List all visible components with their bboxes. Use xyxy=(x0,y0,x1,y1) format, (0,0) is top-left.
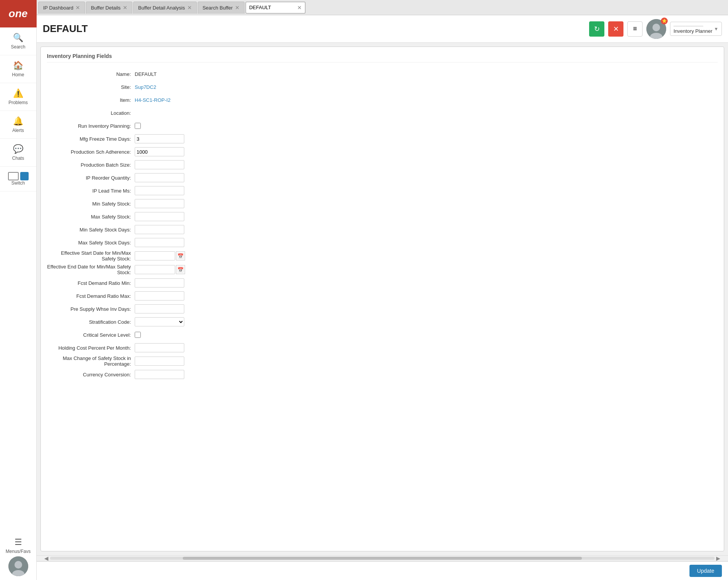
label-effective-start-date: Effective Start Date for Min/Max Safety … xyxy=(47,250,135,262)
field-max-safety-stock: Max Safety Stock: xyxy=(47,211,718,222)
tab-search-buffer[interactable]: Search Buffer ✕ xyxy=(198,2,245,14)
sidebar-avatar[interactable] xyxy=(8,556,28,576)
input-mfg-freeze-time-days[interactable] xyxy=(135,134,184,143)
tab-buffer-details[interactable]: Buffer Details ✕ xyxy=(86,2,132,14)
sidebar-item-problems[interactable]: ⚠️ Problems xyxy=(0,83,36,111)
active-tab-search-input[interactable] xyxy=(249,5,295,10)
tabs-bar: IP Dashboard ✕ Buffer Details ✕ Buffer D… xyxy=(37,0,728,15)
input-fcst-demand-ratio-min[interactable] xyxy=(135,278,184,288)
bottom-bar: Update xyxy=(37,561,728,580)
input-production-batch-size[interactable] xyxy=(135,160,184,169)
tab-close-ip-dashboard[interactable]: ✕ xyxy=(76,5,80,10)
select-stratification-code[interactable] xyxy=(135,317,184,326)
sidebar-logo[interactable]: one xyxy=(0,0,37,27)
label-stratification-code: Stratification Code: xyxy=(47,319,135,325)
label-max-change-safety-stock: Max Change of Safety Stock in Percentage… xyxy=(47,355,135,367)
update-button[interactable]: Update xyxy=(689,565,722,577)
tab-close-buffer-details[interactable]: ✕ xyxy=(123,5,127,10)
tab-close-search-buffer[interactable]: ✕ xyxy=(235,5,240,10)
notification-badge: ⭐ xyxy=(661,18,668,24)
scrollbar-thumb[interactable] xyxy=(183,557,581,560)
field-mfg-freeze-time-days: Mfg Freeze Time Days: xyxy=(47,133,718,144)
tab-label-ip-dashboard: IP Dashboard xyxy=(43,5,73,11)
scroll-left-arrow[interactable]: ◀ xyxy=(44,555,48,561)
tab-ip-dashboard[interactable]: IP Dashboard ✕ xyxy=(38,2,85,14)
input-effective-end-date[interactable] xyxy=(135,265,175,274)
sidebar-item-search[interactable]: 🔍 Search xyxy=(0,27,36,55)
field-critical-service-level: Critical Service Level: xyxy=(47,329,718,340)
field-currency-conversion: Currency Conversion: xyxy=(47,369,718,380)
checkbox-critical-service-level[interactable] xyxy=(135,332,141,338)
search-icon: 🔍 xyxy=(13,33,23,43)
label-holding-cost-percent: Holding Cost Percent Per Month: xyxy=(47,345,135,351)
label-name: Name: xyxy=(47,71,135,77)
field-run-inventory-planning: Run Inventory Planning: xyxy=(47,120,718,131)
field-production-sch-adherence: Production Sch Adherence: xyxy=(47,146,718,157)
label-location: Location: xyxy=(47,110,135,116)
sidebar-label-chats: Chats xyxy=(12,156,24,161)
input-fcst-demand-ratio-max[interactable] xyxy=(135,291,184,300)
calendar-btn-start[interactable]: 📅 xyxy=(176,251,185,260)
input-holding-cost-percent[interactable] xyxy=(135,343,184,352)
switch-box-blue-icon xyxy=(20,172,29,180)
sidebar-item-chats[interactable]: 💬 Chats xyxy=(0,139,36,167)
tab-active-search[interactable]: ✕ xyxy=(245,2,306,14)
refresh-button[interactable]: ↻ xyxy=(589,21,604,37)
input-max-safety-stock-days[interactable] xyxy=(135,238,184,247)
scroll-right-arrow[interactable]: ▶ xyxy=(716,555,720,561)
sidebar-label-search: Search xyxy=(11,44,25,50)
menus-icon: ☰ xyxy=(14,537,22,547)
label-fcst-demand-ratio-min: Fcst Demand Ratio Min: xyxy=(47,280,135,286)
input-production-sch-adherence[interactable] xyxy=(135,147,184,156)
sidebar-item-alerts[interactable]: 🔔 Alerts xyxy=(0,111,36,139)
label-ip-lead-time-ms: IP Lead Time Ms: xyxy=(47,188,135,194)
label-site: Site: xyxy=(47,84,135,90)
field-production-batch-size: Production Batch Size: xyxy=(47,159,718,170)
label-currency-conversion: Currency Conversion: xyxy=(47,372,135,378)
horizontal-scrollbar[interactable]: ◀ ▶ xyxy=(37,555,728,561)
sidebar-label-menus: Menus/Favs xyxy=(6,549,31,554)
warning-icon: ⚠️ xyxy=(13,88,23,98)
checkbox-run-inventory-planning[interactable] xyxy=(135,123,141,129)
field-ip-reorder-quantity: IP Reorder Quantity: xyxy=(47,172,718,183)
field-item: Item: H4-SC1-ROP-I2 xyxy=(47,95,718,105)
tab-buffer-detail-analysis[interactable]: Buffer Detail Analysis ✕ xyxy=(133,2,197,14)
sidebar-label-alerts: Alerts xyxy=(12,128,24,133)
input-min-safety-stock[interactable] xyxy=(135,199,184,208)
page-title: DEFAULT xyxy=(43,23,589,35)
field-min-safety-stock-days: Min Safety Stock Days: xyxy=(47,224,718,235)
scrollbar-track[interactable] xyxy=(50,557,715,560)
input-effective-start-date[interactable] xyxy=(135,251,175,260)
role-selector[interactable]: ────────── Inventory Planner ▼ xyxy=(670,22,722,36)
input-max-safety-stock[interactable] xyxy=(135,212,184,221)
input-ip-lead-time-ms[interactable] xyxy=(135,186,184,195)
input-min-safety-stock-days[interactable] xyxy=(135,225,184,234)
menu-button[interactable]: ≡ xyxy=(627,21,643,37)
sidebar-item-switch[interactable]: Switch xyxy=(0,167,36,191)
input-pre-supply-whse-inv-days[interactable] xyxy=(135,304,184,313)
notification-area[interactable]: ⭐ xyxy=(646,19,666,39)
sidebar-item-menus[interactable]: ☰ Menus/Favs xyxy=(0,535,36,556)
label-effective-end-date: Effective End Date for Min/Max Safety St… xyxy=(47,264,135,275)
input-ip-reorder-quantity[interactable] xyxy=(135,173,184,182)
field-min-safety-stock: Min Safety Stock: xyxy=(47,198,718,209)
sidebar: one 🔍 Search 🏠 Home ⚠️ Problems 🔔 Alerts… xyxy=(0,0,37,580)
input-currency-conversion[interactable] xyxy=(135,370,184,379)
calendar-btn-end[interactable]: 📅 xyxy=(176,265,185,274)
label-pre-supply-whse-inv-days: Pre Supply Whse Inv Days: xyxy=(47,306,135,312)
input-max-change-safety-stock[interactable] xyxy=(135,357,184,366)
field-effective-start-date: Effective Start Date for Min/Max Safety … xyxy=(47,250,718,262)
svg-point-4 xyxy=(652,24,660,31)
tab-close-active[interactable]: ✕ xyxy=(297,5,302,10)
sidebar-item-home[interactable]: 🏠 Home xyxy=(0,55,36,83)
tab-close-buffer-detail-analysis[interactable]: ✕ xyxy=(187,5,192,10)
tab-label-buffer-detail-analysis: Buffer Detail Analysis xyxy=(138,5,185,11)
close-button[interactable]: ✕ xyxy=(608,21,623,37)
link-site[interactable]: Sup7DC2 xyxy=(135,84,156,90)
sidebar-bottom: ☰ Menus/Favs xyxy=(0,535,36,580)
field-name: Name: DEFAULT xyxy=(47,69,718,79)
form-panel-title: Inventory Planning Fields xyxy=(47,53,718,63)
header: DEFAULT ↻ ✕ ≡ ⭐ ────────── Inventory Pla xyxy=(37,15,728,43)
link-item[interactable]: H4-SC1-ROP-I2 xyxy=(135,97,171,103)
main-area: IP Dashboard ✕ Buffer Details ✕ Buffer D… xyxy=(37,0,728,580)
